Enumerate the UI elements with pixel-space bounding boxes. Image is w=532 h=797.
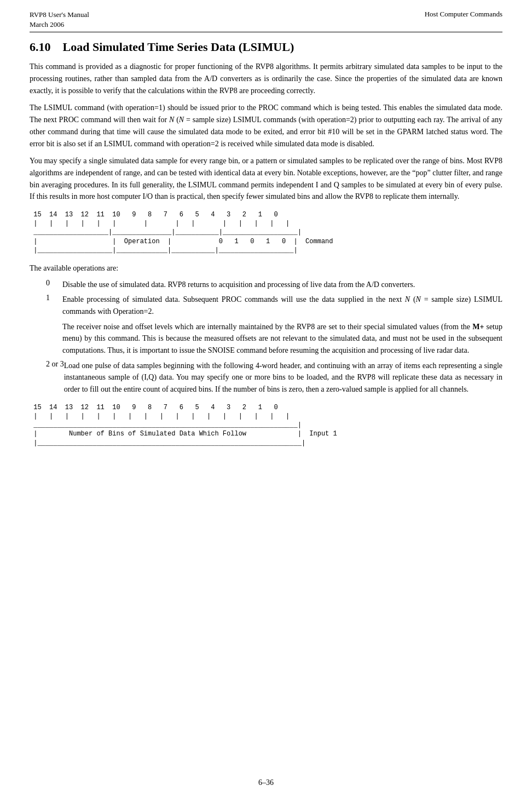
page-footer: 6–36 xyxy=(0,778,532,787)
page-number: 6–36 xyxy=(258,778,274,787)
operation-1-desc: Enable processing of simulated data. Sub… xyxy=(62,294,502,356)
paragraph-2: The LSIMUL command (with operation=1) sh… xyxy=(30,102,502,150)
paragraph-3: You may specify a single simulated data … xyxy=(30,155,502,203)
operations-intro: The available operations are: xyxy=(30,262,502,274)
operation-1-desc-p1: Enable processing of simulated data. Sub… xyxy=(62,294,502,317)
operation-1-number: 1 xyxy=(30,294,62,302)
operation-0-row: 0 Disable the use of simulated data. RVP… xyxy=(30,279,502,291)
manual-date: March 2006 xyxy=(30,20,89,30)
header-right: Host Computer Commands xyxy=(425,10,502,19)
manual-title: RVP8 User's Manual xyxy=(30,10,89,20)
paragraph-1: This command is provided as a diagnostic… xyxy=(30,61,502,96)
operation-1-row: 1 Enable processing of simulated data. S… xyxy=(30,294,502,356)
operation-23-desc: Load one pulse of data samples beginning… xyxy=(64,360,502,395)
operation-23-row: 2 or 3 Load one pulse of data samples be… xyxy=(30,360,502,395)
operation-1-desc-p2: The receiver noise and offset levels whi… xyxy=(62,321,502,357)
diagram-2: 15 14 13 12 11 10 9 8 7 6 5 4 3 2 1 0 | … xyxy=(30,403,502,448)
section-title: 6.10 Load Simulated Time Series Data (LS… xyxy=(30,40,502,54)
page-header: RVP8 User's Manual March 2006 Host Compu… xyxy=(30,10,502,32)
operation-0-desc: Disable the use of simulated data. RVP8 … xyxy=(62,279,502,291)
header-left: RVP8 User's Manual March 2006 xyxy=(30,10,89,30)
operation-0-number: 0 xyxy=(30,279,62,288)
diagram-1: 15 14 13 12 11 10 9 8 7 6 5 4 3 2 1 0 | … xyxy=(30,210,502,255)
operation-23-number: 2 or 3 xyxy=(30,360,64,369)
chapter-title: Host Computer Commands xyxy=(425,10,502,19)
